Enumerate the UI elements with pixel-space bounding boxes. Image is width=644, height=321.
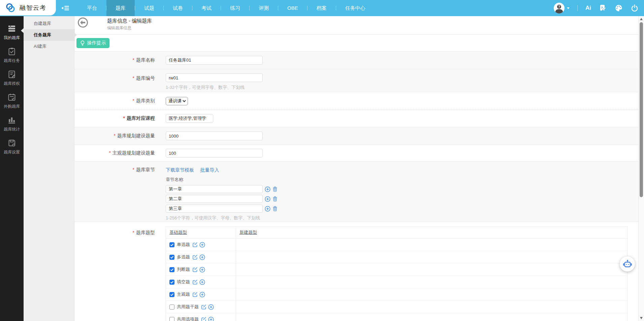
required-marker: * [133,230,134,235]
qtype-row-fill-blank: 填空题 [166,276,627,288]
add-chapter-icon[interactable] [265,196,270,202]
menu-item-archive[interactable]: 档案 [308,0,336,16]
qtype-row-shared-options: 共用选项题 [166,313,627,321]
user-avatar[interactable]: ? [554,3,565,13]
submenu-item-self-built-bank[interactable]: 自建题库 [24,18,75,29]
required-marker: * [114,133,116,138]
bank-category-label: 题库类别 [136,98,155,103]
chapter-row [166,185,638,193]
sidebar-item-bank-settings[interactable]: 题库设置 [0,137,24,160]
edit-type-icon[interactable] [192,242,198,247]
add-type-icon[interactable] [199,254,205,260]
chapter-row [166,195,638,203]
custom-type-cell [236,263,627,276]
add-type-icon[interactable] [199,267,205,273]
checkbox-true-false[interactable] [169,267,174,272]
menu-item-practice[interactable]: 练习 [221,0,249,16]
delete-chapter-icon[interactable] [272,196,278,202]
back-button[interactable] [77,17,88,28]
add-type-icon[interactable] [199,292,205,297]
chapter-input-1[interactable] [166,185,263,193]
clipboard-check-icon [7,47,16,56]
bank-category-select[interactable]: 通识课 [166,97,188,105]
calendar-check-icon [7,93,16,102]
bank-name-label: 题库名称 [136,57,155,63]
bank-code-input[interactable] [166,73,263,82]
delete-chapter-icon[interactable] [272,186,278,192]
edit-type-icon[interactable] [192,254,198,260]
menu-item-platform[interactable]: 平台 [78,0,106,16]
sidebar-item-bank-tasks[interactable]: 题库任务 [0,46,24,69]
checkbox-fill-blank[interactable] [169,280,174,285]
sidebar-item-bank-authorization[interactable]: 题库授权 [0,69,24,92]
sidebar-item-my-question-bank[interactable]: 我的题库 [0,23,24,46]
edit-type-icon[interactable] [201,317,206,321]
chevron-down-icon [567,7,570,9]
brand-title: 融智云考 [20,4,46,12]
sidebar-item-bank-statistics[interactable]: 题库统计 [0,114,24,137]
menu-item-questions[interactable]: 试题 [135,0,163,16]
user-menu[interactable]: ? [554,3,570,13]
svg-text:?: ? [601,6,603,9]
edit-type-icon[interactable] [192,267,198,272]
qtype-row-shared-stem: 共用题干题 [166,301,627,313]
chapter-input-2[interactable] [166,195,263,203]
add-type-icon[interactable] [199,242,205,248]
scroll-up-arrow[interactable] [640,18,643,20]
bank-courses-input[interactable] [166,114,213,123]
edit-type-icon[interactable] [192,292,198,297]
page-title: 题库信息 - 编辑题库 [107,18,152,24]
menu-fold-icon[interactable] [61,5,69,11]
checkbox-shared-options[interactable] [169,317,174,321]
basic-types-column-header: 基础题型 [166,227,236,238]
logout-power-icon[interactable] [631,4,639,12]
qtype-row-multiple-choice: 多选题 [166,251,627,263]
menu-item-papers[interactable]: 试卷 [164,0,192,16]
plan-total-input[interactable] [166,132,263,140]
scrollbar-thumb[interactable] [640,22,643,197]
help-doc-icon[interactable]: ? [599,4,607,12]
required-marker: * [133,75,134,81]
operation-tips-button[interactable]: 操作提示 [76,38,109,48]
toolbar-divider [577,5,578,11]
add-type-icon[interactable] [199,279,205,285]
menu-item-task-center[interactable]: 任务中心 [336,0,375,16]
app-window: 融智云考 平台 题库 试题 试卷 考试 练习 评测 OBE [0,0,644,321]
add-type-icon[interactable] [208,317,214,321]
document-pen-icon [7,70,16,79]
required-marker: * [109,150,111,155]
edit-type-icon[interactable] [201,304,206,310]
vertical-scrollbar[interactable] [638,16,644,321]
scroll-down-arrow[interactable] [640,317,643,319]
menu-item-evaluation[interactable]: 评测 [250,0,278,16]
page-header: 题库信息 - 编辑题库 编辑题库信息 [75,16,638,35]
question-types-table: 基础题型 新建题型 单选题 [166,226,627,321]
menu-item-obe[interactable]: OBE [278,0,307,16]
checkbox-multiple-choice[interactable] [169,255,174,260]
bank-name-input[interactable] [166,56,263,65]
add-type-icon[interactable] [208,304,214,310]
custom-type-cell [236,313,627,321]
checkbox-single-choice[interactable] [169,242,174,247]
submenu-item-ai-bank[interactable]: AI建库 [24,41,75,52]
add-chapter-icon[interactable] [265,206,270,212]
edit-type-icon[interactable] [192,279,198,285]
chapter-input-3[interactable] [166,205,263,213]
form-row-bank-courses: *题库对应课程 [75,110,638,127]
menu-item-exams[interactable]: 考试 [192,0,221,16]
custom-types-column-header: 新建题型 [236,227,627,238]
checkbox-shared-stem[interactable] [169,305,174,310]
add-chapter-icon[interactable] [265,186,270,192]
subjective-total-input[interactable] [166,149,263,157]
delete-chapter-icon[interactable] [272,206,278,211]
ai-robot-assistant-button[interactable] [620,256,635,272]
download-chapter-template-link[interactable]: 下载章节模板 [166,167,194,173]
checkbox-subjective[interactable] [169,292,174,297]
theme-palette-icon[interactable] [615,4,623,12]
sidebar-item-purchased-banks[interactable]: 外购题库 [0,92,24,114]
robot-icon [623,259,632,269]
submenu-item-task-bank[interactable]: 任务题库 [24,29,75,41]
ai-assistant-button[interactable]: Ai [585,5,591,11]
menu-item-question-bank[interactable]: 题库 [106,0,135,16]
batch-import-link[interactable]: 批量导入 [200,167,219,173]
